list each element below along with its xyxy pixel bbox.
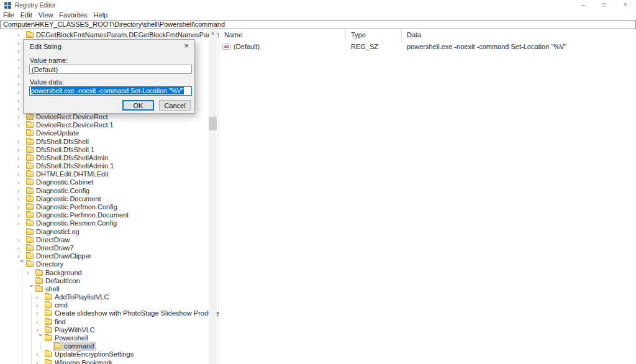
tree-item-degetblockfmtnamesparam-degetblockfmtnamesparam[interactable]: ›DEGetBlockFmtNamesParam.DEGetBlockFmtNa… (0, 31, 219, 39)
chevron-right-icon[interactable]: › (17, 114, 26, 121)
menubar: FileEditViewFavoritesHelp (0, 11, 636, 20)
tree-item-diagnostic-resmon-config[interactable]: ›Diagnostic.Resmon.Config (0, 219, 219, 227)
minimize-icon[interactable]: – (573, 0, 594, 11)
chevron-down-icon[interactable]: › (19, 260, 25, 269)
tree-item-label: DfsShell.DfsShellAdmin.1 (36, 162, 114, 170)
chevron-right-icon[interactable]: › (17, 253, 26, 260)
folder-icon (26, 155, 34, 161)
tree-item-directory[interactable]: ›Directory (0, 260, 219, 268)
tree-indent-line (17, 342, 27, 350)
tree-item-label: DfsShell.DfsShellAdmin (36, 154, 108, 162)
tree-item-diagnosticlog[interactable]: DiagnosticLog (0, 228, 219, 236)
tree-item-shell[interactable]: ›shell (0, 285, 219, 293)
chevron-right-icon[interactable]: › (36, 319, 45, 325)
tree-item-label: Directory (36, 260, 63, 268)
chevron-right-icon[interactable]: › (27, 270, 35, 276)
tree-item-powershell[interactable]: ›Powershell (0, 334, 219, 342)
tree-item-deviceupdate[interactable]: DeviceUpdate (0, 129, 219, 137)
chevron-right-icon[interactable]: › (17, 196, 26, 202)
menu-edit[interactable]: Edit (20, 11, 32, 20)
ok-button[interactable]: OK (122, 100, 154, 111)
tree-item-cmd[interactable]: ›cmd (0, 301, 219, 309)
close-icon[interactable]: × (615, 0, 636, 11)
chevron-right-icon[interactable]: › (36, 310, 45, 317)
chevron-right-icon[interactable]: › (17, 122, 26, 129)
tree-item-diagnostic-perfmon-config[interactable]: ›Diagnostic.Perfmon.Config (0, 203, 219, 211)
value-data-input[interactable]: powershell.exe -noexit -command Set-Loca… (29, 86, 192, 96)
folder-icon (26, 32, 34, 38)
tree-scrollbar[interactable]: ∧ (209, 29, 217, 364)
chevron-right-icon[interactable]: › (36, 302, 45, 309)
chevron-down-icon[interactable]: › (37, 334, 44, 343)
value-name-label: Value name: (30, 57, 68, 64)
menu-view[interactable]: View (39, 11, 53, 20)
chevron-right-icon[interactable]: › (36, 294, 45, 301)
chevron-right-icon[interactable]: › (17, 188, 26, 194)
chevron-right-icon[interactable]: › (36, 360, 45, 364)
tree-item-devicerect-devicerect[interactable]: ›DeviceRect.DeviceRect (0, 113, 219, 121)
tree-item-create-slideshow-with-photostage-slideshow-producer[interactable]: ›Create slideshow with PhotoStage Slides… (0, 309, 219, 317)
scrollbar-thumb[interactable] (209, 117, 217, 130)
cancel-button[interactable]: Cancel (159, 100, 191, 111)
string-value-icon: ab (222, 43, 231, 50)
chevron-right-icon[interactable]: › (17, 147, 26, 153)
scroll-up-icon[interactable]: ∧ (209, 29, 217, 37)
column-header-name[interactable]: Name (219, 29, 346, 42)
tree-item-addtoplaylistvlc[interactable]: ›AddToPlaylistVLC (0, 293, 219, 301)
tree-item-devicerect-devicerect-1[interactable]: ›DeviceRect.DeviceRect.1 (0, 121, 219, 129)
chevron-right-icon[interactable]: › (17, 237, 26, 243)
value-name-input[interactable] (29, 65, 192, 74)
tree-item-dfsshell-dfsshelladmin-1[interactable]: ›DfsShell.DfsShellAdmin.1 (0, 162, 219, 170)
tree-item-updateencryptionsettings[interactable]: ›UpdateEncryptionSettings (0, 350, 219, 358)
folder-icon (35, 270, 43, 276)
tree-item-diagnostic-cabinet[interactable]: ›Diagnostic.Cabinet (0, 178, 219, 186)
chevron-down-icon[interactable]: › (28, 284, 35, 293)
tree-item-dfsshell-dfsshell[interactable]: ›DfsShell.DfsShell (0, 137, 219, 145)
column-headers: NameTypeData (219, 29, 636, 42)
chevron-right-icon[interactable]: › (17, 171, 26, 178)
tree-item-dfsshell-dfsshell-1[interactable]: ›DfsShell.DfsShell.1 (0, 146, 219, 154)
address-bar[interactable]: Computer\HKEY_CLASSES_ROOT\Directory\she… (0, 20, 636, 29)
chevron-right-icon[interactable]: › (17, 212, 26, 219)
menu-help[interactable]: Help (94, 11, 108, 20)
tree-item-label: Create slideshow with PhotoStage Slidesh… (55, 309, 219, 317)
dialog-close-icon[interactable]: × (184, 41, 189, 50)
tree-item-command[interactable]: command (0, 342, 219, 350)
column-header-type[interactable]: Type (346, 29, 402, 42)
tree-item-defaulticon[interactable]: DefaultIcon (0, 277, 219, 285)
tree-item-label: shell (45, 285, 60, 293)
dialog-title: Edit String (30, 43, 61, 50)
menu-file[interactable]: File (3, 11, 14, 20)
tree-item-background[interactable]: ›Background (0, 268, 219, 276)
tree-item-diagnostic-perfmon-document[interactable]: ›Diagnostic.Perfmon.Document (0, 211, 219, 219)
value-type-cell: REG_SZ (346, 43, 402, 50)
tree-item-directdrawclipper[interactable]: ›DirectDrawClipper (0, 252, 219, 260)
tree-item-dfsshell-dfsshelladmin[interactable]: ›DfsShell.DfsShellAdmin (0, 154, 219, 162)
folder-icon (26, 253, 34, 259)
maximize-icon[interactable]: □ (594, 0, 615, 11)
chevron-right-icon[interactable]: › (17, 139, 26, 145)
column-header-data[interactable]: Data (402, 29, 636, 42)
selected-tree-item[interactable]: command (53, 342, 96, 351)
chevron-right-icon[interactable]: › (17, 163, 26, 170)
tree-item-playwithvlc[interactable]: ›PlayWithVLC (0, 326, 219, 334)
chevron-right-icon[interactable]: › (36, 351, 45, 358)
chevron-right-icon[interactable]: › (17, 245, 26, 252)
chevron-right-icon[interactable]: › (17, 155, 26, 162)
folder-icon (35, 286, 43, 292)
tree-item-find[interactable]: ›find (0, 318, 219, 326)
value-row[interactable]: ab(Default)REG_SZpowershell.exe -noexit … (219, 42, 636, 51)
menu-favorites[interactable]: Favorites (59, 11, 87, 20)
tree-item-directdraw[interactable]: ›DirectDraw (0, 236, 219, 244)
tree-item-winamp-bookmark[interactable]: ›Winamp.Bookmark (0, 359, 219, 364)
chevron-right-icon[interactable]: › (17, 32, 26, 39)
chevron-right-icon[interactable]: › (17, 204, 26, 211)
tree-item-label: DfsShell.DfsShell (36, 138, 89, 146)
tree-item-diagnostic-document[interactable]: ›Diagnostic.Document (0, 195, 219, 203)
chevron-right-icon[interactable]: › (36, 327, 45, 334)
chevron-right-icon[interactable]: › (17, 220, 26, 227)
tree-item-dhtmledit-dhtmledit[interactable]: ›DHTMLEdit.DHTMLEdit (0, 170, 219, 178)
chevron-right-icon[interactable]: › (17, 179, 26, 186)
tree-item-diagnostic-config[interactable]: ›Diagnostic.Config (0, 187, 219, 195)
tree-item-directdraw7[interactable]: ›DirectDraw7 (0, 244, 219, 252)
